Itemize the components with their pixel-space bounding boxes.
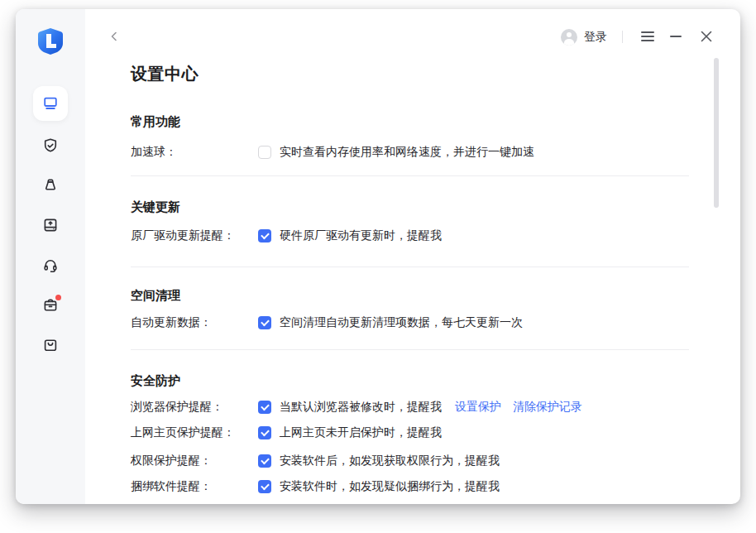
- app-logo-icon: [37, 27, 64, 55]
- row-description: 安装软件后，如发现获取权限行为，提醒我: [280, 454, 500, 468]
- row-label: 自动更新数据：: [131, 315, 258, 330]
- menu-button[interactable]: [641, 31, 654, 42]
- row-label: 浏览器保护提醒：: [131, 400, 258, 415]
- row-label: 捆绑软件提醒：: [131, 479, 258, 494]
- sidebar-item-protection[interactable]: [41, 137, 60, 155]
- headset-icon: [41, 257, 60, 275]
- checkbox-permission-protect[interactable]: [258, 454, 271, 468]
- chevron-left-icon: [109, 31, 119, 41]
- titlebar-separator: [622, 31, 623, 43]
- section-heading-common: 常用功能: [131, 114, 180, 130]
- monitor-icon: [41, 94, 60, 113]
- minimize-button[interactable]: [670, 30, 683, 43]
- setting-row-auto-data: 自动更新数据： 空间清理自动更新清理项数据，每七天更新一次: [131, 315, 523, 331]
- setting-row-homepage-protect: 上网主页保护提醒： 上网主页未开启保护时，提醒我: [131, 425, 442, 441]
- close-icon: [700, 30, 713, 43]
- avatar-icon: [561, 29, 577, 46]
- sidebar-item-drivers[interactable]: [41, 216, 60, 234]
- row-description: 上网主页未开启保护时，提醒我: [280, 425, 442, 440]
- sidebar-item-device-active[interactable]: [33, 86, 68, 121]
- row-label: 加速球：: [131, 145, 258, 160]
- row-description: 空间清理自动更新清理项数据，每七天更新一次: [280, 315, 523, 330]
- checkbox-accel-ball[interactable]: [258, 146, 271, 159]
- page-title: 设置中心: [131, 63, 199, 85]
- setting-row-accel-ball: 加速球： 实时查看内存使用率和网络速度，并进行一键加速: [131, 144, 534, 161]
- notification-dot: [55, 295, 61, 300]
- row-label: 原厂驱动更新提醒：: [131, 228, 258, 243]
- section-heading-updates: 关键更新: [131, 199, 180, 215]
- setting-row-permission-protect: 权限保护提醒： 安装软件后，如发现获取权限行为，提醒我: [131, 453, 500, 469]
- checkbox-driver-update[interactable]: [258, 229, 271, 242]
- section-divider: [131, 349, 689, 350]
- checkbox-browser-protect[interactable]: [258, 401, 271, 414]
- section-divider: [131, 266, 689, 267]
- sidebar-item-app-store[interactable]: [41, 336, 60, 354]
- section-heading-security: 安全防护: [131, 373, 180, 389]
- back-button[interactable]: [107, 29, 122, 44]
- checkbox-homepage-protect[interactable]: [258, 426, 271, 439]
- app-store-bag-icon: [41, 336, 60, 354]
- row-label: 上网主页保护提醒：: [131, 425, 258, 440]
- row-description: 硬件原厂驱动有更新时，提醒我: [280, 228, 442, 243]
- row-description: 安装软件时，如发现疑似捆绑行为，提醒我: [280, 479, 500, 494]
- login-button[interactable]: 登录: [561, 28, 607, 46]
- close-button[interactable]: [700, 30, 713, 43]
- section-heading-cleanup: 空间清理: [131, 288, 180, 304]
- driver-install-icon: [41, 216, 60, 234]
- checkbox-bundle-reminder[interactable]: [258, 480, 271, 493]
- login-label: 登录: [584, 30, 607, 45]
- scrollbar-thumb[interactable]: [714, 58, 719, 208]
- row-description: 当默认浏览器被修改时，提醒我: [280, 400, 442, 415]
- sidebar-item-toolbox[interactable]: [41, 296, 60, 315]
- row-description: 实时查看内存使用率和网络速度，并进行一键加速: [280, 145, 534, 160]
- shield-check-icon: [41, 137, 60, 155]
- setting-row-driver-update: 原厂驱动更新提醒： 硬件原厂驱动有更新时，提醒我: [131, 228, 442, 244]
- setting-row-bundle-reminder: 捆绑软件提醒： 安装软件时，如发现疑似捆绑行为，提醒我: [131, 478, 500, 495]
- sidebar: [16, 9, 85, 504]
- setting-row-browser-protect: 浏览器保护提醒： 当默认浏览器被修改时，提醒我 设置保护 清除保护记录: [131, 399, 582, 415]
- row-label: 权限保护提醒：: [131, 454, 258, 468]
- clear-protection-records-link[interactable]: 清除保护记录: [513, 400, 582, 415]
- sidebar-item-cleanup[interactable]: [41, 176, 60, 194]
- hamburger-icon: [641, 31, 654, 33]
- checkbox-auto-data[interactable]: [258, 316, 271, 329]
- set-protection-link[interactable]: 设置保护: [455, 400, 501, 415]
- minimize-icon: [670, 36, 682, 37]
- desktop-background: 登录 设置中心 常用功能 加速球： 实时查看内存使用率和网络速度，并进行一键加速…: [0, 0, 756, 533]
- clean-brush-icon: [41, 176, 60, 194]
- app-window: 登录 设置中心 常用功能 加速球： 实时查看内存使用率和网络速度，并进行一键加速…: [16, 9, 740, 504]
- sidebar-item-support[interactable]: [41, 257, 60, 275]
- section-divider: [131, 175, 689, 176]
